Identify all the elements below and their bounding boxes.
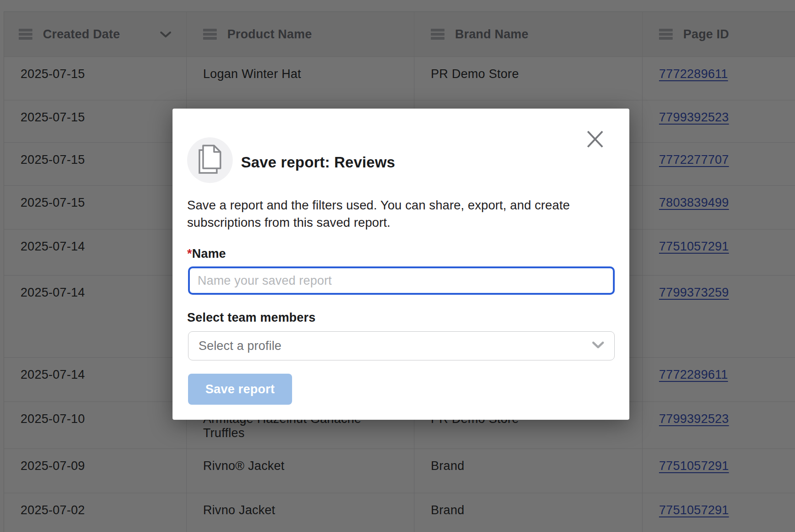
report-name-input[interactable]	[188, 266, 615, 295]
team-members-select[interactable]: Select a profile	[188, 331, 615, 360]
document-copy-icon	[197, 144, 223, 176]
dialog-title: Save report: Reviews	[241, 154, 395, 171]
dialog-description: Save a report and the filters used. You …	[187, 197, 618, 231]
close-button[interactable]	[582, 127, 608, 152]
save-report-button[interactable]: Save report	[188, 374, 292, 405]
name-field-label: *Name	[187, 247, 226, 261]
save-report-dialog: Save report: Reviews Save a report and t…	[173, 109, 629, 420]
dialog-avatar	[187, 137, 233, 183]
chevron-down-icon	[592, 341, 604, 351]
required-asterisk: *	[187, 247, 192, 261]
select-placeholder: Select a profile	[199, 339, 282, 353]
close-icon	[586, 130, 604, 150]
team-members-label: Select team members	[187, 311, 315, 325]
